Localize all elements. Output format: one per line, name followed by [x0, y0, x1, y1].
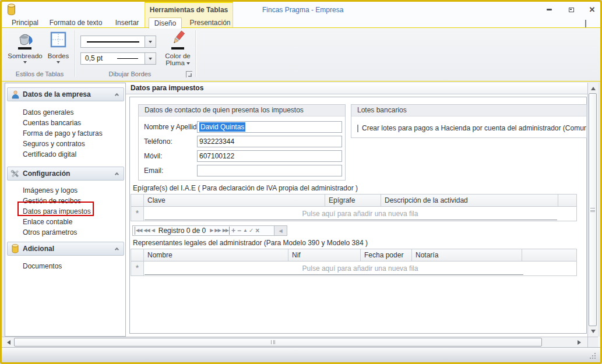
- legales-new-row-placeholder[interactable]: Pulse aquí para añadir una nueva fila: [144, 261, 576, 275]
- tab-presentacion[interactable]: Presentación: [185, 17, 235, 28]
- sidebar-item-forma-de-pago[interactable]: Forma de pago y facturas: [7, 128, 121, 139]
- sidebar-item-cuentas-bancarias[interactable]: Cuentas bancarias: [7, 118, 121, 128]
- horizontal-scrollbar-thumb[interactable]: [14, 338, 542, 347]
- tab-formato-de-texto[interactable]: Formato de texto: [47, 17, 105, 28]
- append-record-button[interactable]: +: [231, 227, 235, 235]
- legales-grid-header-row: Nombre Nif Fecha poder Notaría: [131, 249, 576, 261]
- mobile-field[interactable]: [197, 150, 342, 162]
- new-row-indicator-icon: *: [131, 207, 144, 221]
- database-icon: [8, 244, 23, 253]
- resize-grip-dot: [592, 355, 593, 356]
- shading-button[interactable]: Sombreado: [8, 30, 42, 63]
- column-header-nombre[interactable]: Nombre: [144, 249, 288, 261]
- phone-field[interactable]: [197, 136, 342, 147]
- chevron-down-icon: [149, 58, 152, 60]
- sidebar-group-label: Datos de la empresa: [23, 90, 91, 98]
- iae-new-row[interactable]: * Pulse aquí para añadir una nueva fila: [131, 207, 576, 221]
- person-icon: [8, 90, 23, 99]
- prev-page-button[interactable]: ◀◀: [143, 227, 149, 235]
- restore-button[interactable]: [565, 5, 577, 14]
- sidebar-item-certificado-digital[interactable]: Certificado digital: [7, 149, 121, 160]
- pen-weight-value: 0,5 pt: [85, 53, 103, 64]
- thumb-grip: [271, 340, 275, 344]
- pen-weight-combo[interactable]: 0,5 pt: [80, 52, 156, 65]
- app-icon[interactable]: [7, 3, 16, 18]
- pen-color-button[interactable]: Color de Pluma: [162, 30, 193, 66]
- sidebar-item-documentos[interactable]: Documentos: [7, 261, 121, 271]
- scroll-right-button[interactable]: [575, 338, 583, 347]
- row-indicator-header: [131, 249, 144, 261]
- borders-label: Bordes: [48, 52, 69, 59]
- pen-weight-line-sample: [117, 58, 138, 59]
- line-style-combo[interactable]: [80, 36, 156, 48]
- sidebar-group-datos-empresa[interactable]: Datos de la empresa: [7, 87, 124, 101]
- column-header-nif[interactable]: Nif: [288, 249, 361, 261]
- column-header-epigrafe[interactable]: Epígrafe: [325, 195, 381, 206]
- name-field[interactable]: David Quintas: [197, 121, 342, 133]
- status-bar: [2, 347, 600, 362]
- scrollbar-corner: [587, 337, 598, 347]
- ribbon-bottom-accent-line: [2, 81, 600, 82]
- left-arrow-icon: [7, 340, 10, 345]
- pencil-icon: [168, 30, 187, 51]
- column-header-empty: [558, 195, 576, 206]
- chevron-up-icon: [115, 172, 119, 176]
- dropdown-arrow-icon: [57, 61, 60, 63]
- group-label-draw-borders: Dibujar Bordes: [75, 70, 185, 77]
- end-edit-button[interactable]: ✓: [249, 227, 254, 235]
- legales-grid: Nombre Nif Fecha poder Notaría * Pulse a…: [131, 249, 577, 276]
- sidebar-item-enlace-contable[interactable]: Enlace contable: [7, 217, 121, 227]
- chevron-down-icon: [149, 41, 152, 43]
- restore-icon: [569, 8, 574, 12]
- dialog-launcher-icon[interactable]: [186, 71, 192, 77]
- delete-record-button[interactable]: −: [237, 227, 241, 235]
- next-page-button[interactable]: ▶▶: [214, 227, 220, 235]
- edit-record-button[interactable]: ▲: [243, 227, 247, 235]
- sidebar-group-adicional[interactable]: Adicional: [7, 242, 124, 256]
- column-header-descripcion[interactable]: Descripción de la actividad: [381, 195, 558, 206]
- sidebar-item-datos-generales[interactable]: Datos generales: [7, 107, 121, 118]
- resize-grip-dot: [594, 355, 596, 356]
- scroll-left-button[interactable]: [4, 338, 13, 347]
- first-record-button[interactable]: ◀◀: [135, 227, 142, 235]
- focus-underline: [145, 220, 557, 220]
- column-header-fecha-poder[interactable]: Fecha poder: [361, 249, 412, 261]
- legales-section-label: Representantes legales del administrador…: [133, 239, 368, 247]
- tab-diseno[interactable]: Diseño: [149, 17, 182, 29]
- shading-label: Sombreado: [8, 52, 42, 59]
- iae-new-row-placeholder[interactable]: Pulse aquí para añadir una nueva fila: [144, 207, 576, 221]
- mobile-label: Móvil:: [144, 150, 162, 162]
- grid-hscroll-left-button[interactable]: ◀: [274, 225, 287, 236]
- scroll-up-button[interactable]: [589, 84, 597, 93]
- chevron-up-icon: [115, 93, 119, 97]
- email-field[interactable]: [197, 165, 342, 176]
- tab-insertar[interactable]: Insertar: [110, 17, 145, 28]
- sidebar-group-configuracion[interactable]: Configuración: [7, 167, 124, 181]
- annotation-highlight-box: [17, 202, 94, 216]
- email-label: Email:: [144, 165, 163, 176]
- next-record-button[interactable]: ▶: [210, 227, 213, 235]
- combo-arrow-button[interactable]: [145, 36, 156, 47]
- sidebar-item-otros-parametros[interactable]: Otros parámetros: [7, 227, 121, 238]
- lotes-checkbox[interactable]: [357, 125, 358, 132]
- tab-principal[interactable]: Principal: [7, 17, 43, 28]
- line-style-sample: [87, 41, 139, 43]
- minimize-button[interactable]: [543, 5, 555, 14]
- vertical-scrollbar-thumb[interactable]: [589, 93, 597, 326]
- contact-groupbox-title: Datos de contacto de quien presenta los …: [139, 105, 345, 116]
- prev-record-button[interactable]: ◀: [152, 227, 154, 235]
- resize-grip[interactable]: [594, 358, 596, 359]
- scroll-down-button[interactable]: [589, 327, 597, 335]
- borders-button[interactable]: Bordes: [44, 30, 72, 63]
- sidebar-item-seguros-contratos[interactable]: Seguros y contratos: [7, 139, 121, 149]
- column-header-notaria[interactable]: Notaría: [412, 249, 522, 261]
- phone-label: Teléfono:: [144, 136, 172, 147]
- selected-text: David Quintas: [199, 122, 245, 132]
- close-button[interactable]: ✕: [586, 5, 598, 14]
- column-header-clave[interactable]: Clave: [144, 195, 325, 206]
- cancel-edit-button[interactable]: ×: [255, 227, 259, 235]
- combo-arrow-button[interactable]: [145, 53, 156, 64]
- sidebar-item-imagenes-logos[interactable]: Imágenes y logos: [7, 185, 121, 196]
- legales-new-row[interactable]: * Pulse aquí para añadir una nueva fila: [131, 261, 576, 275]
- last-record-button[interactable]: ▶▶: [223, 227, 230, 235]
